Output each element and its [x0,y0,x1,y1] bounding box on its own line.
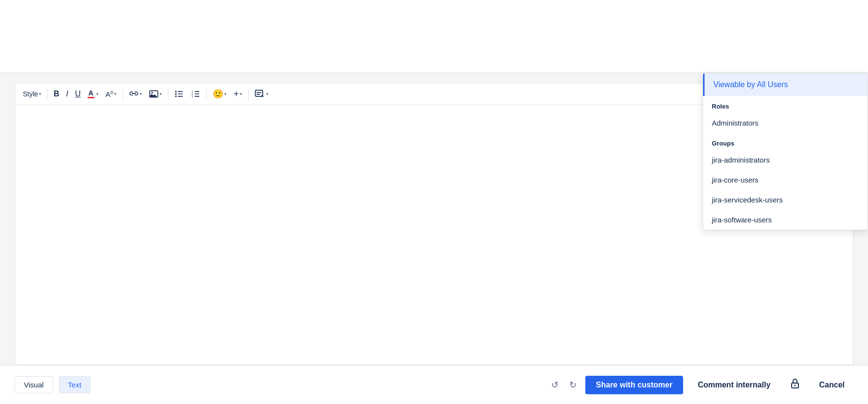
lock-btn[interactable] [785,375,805,395]
svg-text:3: 3 [192,95,193,98]
editor-wrapper: Viewable by All Users Roles Administrato… [0,73,868,365]
redo-btn[interactable]: ↻ [566,378,579,392]
font-size-chevron-icon: ▾ [114,92,117,96]
svg-rect-14 [255,90,262,96]
font-size-icon: AD [106,90,114,98]
link-icon [129,91,139,97]
emoji-chevron-icon: ▾ [224,92,227,96]
more-chevron-icon: ▾ [240,92,242,96]
divider-3 [168,88,168,100]
text-color-icon: A [88,90,94,98]
color-underline [88,97,94,98]
dropdown-item-administrators[interactable]: Administrators [703,113,868,133]
share-with-customer-btn[interactable]: Share with customer [585,376,683,394]
dropdown-item-jira-administrators[interactable]: jira-administrators [703,150,868,170]
svg-point-6 [175,93,177,94]
visibility-dropdown: Viewable by All Users Roles Administrato… [703,73,868,230]
media-icon [149,89,159,99]
style-label: Style [23,90,38,98]
bullet-list-icon [174,90,184,98]
emoji-icon: 🙂 [213,89,223,99]
main-container: Viewable by All Users Roles Administrato… [0,0,868,404]
dropdown-item-jira-servicedesk-users[interactable]: jira-servicedesk-users [703,190,868,210]
section-label-roles: Roles [703,96,868,113]
cancel-btn[interactable]: Cancel [811,376,853,394]
divider-4 [206,88,207,100]
more-btn[interactable]: + ▾ [231,86,245,102]
redo-icon: ↻ [569,380,577,390]
comment-internally-btn[interactable]: Comment internally [689,376,779,394]
divider-1 [47,88,48,100]
mention-btn[interactable]: ▾ [252,86,271,102]
emoji-btn[interactable]: 🙂 ▾ [210,86,230,102]
lock-icon [789,378,801,389]
text-mode-btn[interactable]: Text [59,376,91,393]
italic-btn[interactable]: I [63,86,71,102]
link-chevron-icon: ▾ [140,92,142,96]
underline-btn[interactable]: U [72,86,84,102]
bottom-bar: Visual Text ↺ ↻ Share with customer Comm… [0,365,868,404]
undo-btn[interactable]: ↺ [548,378,561,392]
style-chevron-icon: ▾ [39,92,41,96]
undo-redo-group: ↺ ↻ [548,378,579,392]
svg-point-16 [794,385,796,386]
mention-icon [254,89,265,99]
more-icon: + [234,89,239,99]
dropdown-selected-item[interactable]: Viewable by All Users [703,73,868,96]
visual-mode-btn[interactable]: Visual [15,376,53,393]
divider-2 [123,88,123,100]
section-label-groups: Groups [703,133,868,150]
mention-chevron-icon: ▾ [266,92,269,96]
text-color-btn[interactable]: A ▾ [85,86,102,102]
link-btn[interactable]: ▾ [126,86,145,102]
style-dropdown-btn[interactable]: Style ▾ [20,86,44,102]
media-btn[interactable]: ▾ [146,86,165,102]
svg-point-7 [175,95,177,97]
svg-point-5 [175,91,177,92]
numbered-list-btn[interactable]: 1 2 3 [188,86,203,102]
italic-icon: I [66,90,68,98]
undo-icon: ↺ [551,380,559,390]
underline-icon: U [75,90,81,98]
dropdown-item-jira-core-users[interactable]: jira-core-users [703,170,868,190]
divider-5 [248,88,249,100]
svg-point-1 [151,92,153,93]
bullet-list-btn[interactable] [171,86,187,102]
text-color-chevron-icon: ▾ [96,92,99,96]
numbered-list-icon: 1 2 3 [191,90,200,98]
media-chevron-icon: ▾ [160,92,162,96]
font-size-btn[interactable]: AD ▾ [103,86,120,102]
bold-icon: B [54,90,59,98]
selected-item-label: Viewable by All Users [713,80,788,89]
dropdown-item-jira-software-users[interactable]: jira-software-users [703,210,868,230]
top-spacer [0,0,868,73]
bold-btn[interactable]: B [51,86,62,102]
